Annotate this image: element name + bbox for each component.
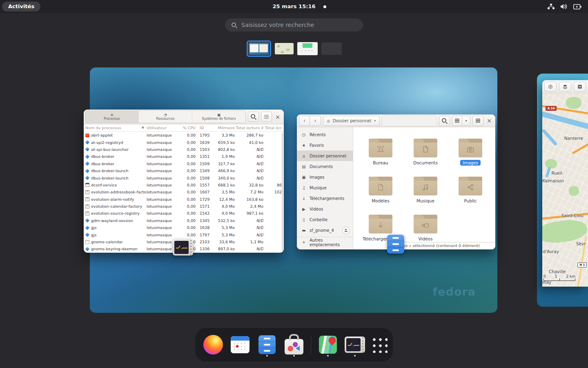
sidebar-item[interactable]: ▯ Corbeille (297, 214, 353, 225)
folder-item[interactable]: Musique (414, 177, 437, 215)
sidebar-item-icon: ▣ (301, 175, 306, 180)
clock-button[interactable]: 25 mars 15:16 (273, 0, 316, 13)
sidebar-item[interactable]: ⌂ Dossier personnel (297, 150, 353, 161)
view-options-button[interactable]: ▾ (462, 116, 470, 126)
column-memory[interactable]: Mémoire (211, 126, 235, 130)
dock-app[interactable] (203, 333, 223, 356)
process-memory: 659,5 ko (211, 140, 235, 145)
close-button[interactable]: × (486, 116, 493, 126)
go-to-location-button[interactable] (544, 82, 557, 92)
map-canvas[interactable]: NanterreRueil-MalmaisonSaint-ClouSèvr-d'… (542, 93, 588, 287)
column-disk-write[interactable]: Total écr (265, 126, 282, 130)
back-button[interactable]: ‹ (299, 116, 310, 126)
folder-emblem-icon (420, 182, 431, 193)
process-row[interactable]: dbus-broker letuxmasque 0,00 1509 327,7 … (84, 160, 284, 167)
sidebar-item[interactable]: ▬ sf_gnome_4 (297, 225, 353, 236)
process-row[interactable]: evolution-source-registry letuxmasque 0,… (84, 210, 284, 217)
search-button[interactable] (439, 116, 450, 126)
close-button[interactable]: × (274, 112, 281, 122)
process-row[interactable]: dconf-service letuxmasque 0,00 1557 688,… (84, 182, 284, 188)
scrollbar[interactable] (282, 132, 283, 251)
sidebar-item[interactable]: ▶ Vidéos (297, 204, 353, 214)
process-id: 1557 (196, 183, 211, 187)
search-input[interactable]: Saisissez votre recherche (225, 18, 363, 31)
process-id: 1503 (196, 147, 211, 152)
process-memory: 5,3 Mo (211, 233, 235, 237)
sidebar-item[interactable]: ▣ Images (297, 172, 353, 182)
column-id[interactable]: ID (196, 126, 211, 130)
process-id: 1795 (196, 133, 211, 137)
sidebar-item-label: Autres emplacements (310, 238, 350, 247)
maps-window[interactable]: NanterreRueil-MalmaisonSaint-ClouSèvr-d'… (542, 80, 588, 287)
files-window-badge[interactable] (387, 235, 404, 254)
sidebar-item[interactable]: ▤ Documents (297, 161, 353, 172)
monitor-tab[interactable]: ▣ Systèmes de fichiers (192, 111, 245, 123)
chevron-down-icon: ▾ (374, 119, 376, 123)
column-user[interactable]: Utilisateur (147, 126, 178, 130)
workspace-preview-next[interactable]: NanterreRueil-MalmaisonSaint-ClouSèvr-d'… (537, 74, 588, 307)
process-row[interactable]: abrt-applet letuxmasque 0,00 1795 3,3 Mo… (84, 132, 284, 139)
sidebar-item[interactable]: ♫ Musique (297, 182, 353, 193)
process-row[interactable]: dbus-broker letuxmasque 0,00 1351 1,9 Mo… (84, 153, 284, 160)
process-row[interactable]: gjs letuxmasque 0,00 1638 5,3 Mo N/D (84, 224, 284, 231)
show-applications-button[interactable] (372, 333, 388, 356)
forward-button[interactable]: › (310, 116, 321, 126)
sidebar-item[interactable]: ◷ Récents (297, 129, 353, 140)
process-row[interactable]: dbus-broker-launch letuxmasque 0,00 1508… (84, 174, 284, 181)
files-window[interactable]: ‹ › ⌂ Dossier personnel ▾ ▾ × (297, 114, 495, 249)
activities-button[interactable]: Activités (2, 2, 40, 11)
monitor-tab[interactable]: ≡ Processus (85, 111, 139, 123)
process-memory: 897,0 ko (211, 247, 235, 251)
sidebar-item[interactable]: ↓ Téléchargements (297, 193, 353, 204)
folder-item[interactable]: Public (459, 177, 482, 215)
view-toggle-button[interactable] (452, 116, 462, 126)
location-dropdown[interactable]: ⌂ Dossier personnel ▾ (323, 116, 380, 126)
layers-button[interactable] (559, 82, 571, 92)
process-row[interactable]: gjs letuxmasque 0,00 1797 5,3 Mo N/D (84, 231, 284, 238)
process-row[interactable]: at-spi2-registryd letuxmasque 0,00 1639 … (84, 139, 284, 146)
sidebar-item[interactable]: ★ Favoris (297, 140, 353, 150)
monitor-tab[interactable]: ◔ Ressources (139, 111, 192, 123)
workspace-thumbnail-current[interactable] (247, 40, 271, 57)
workspace-thumbnail-empty[interactable] (321, 43, 342, 55)
minus-box-icon (577, 84, 583, 90)
menu-button[interactable] (261, 112, 272, 122)
system-monitor-tabs: ≡ Processus ◔ Ressources ▣ Systèmes de f… (85, 110, 246, 123)
process-row[interactable]: dbus-broker-launch letuxmasque 0,00 1349… (84, 167, 284, 174)
folder-item[interactable]: Documents (411, 139, 440, 177)
eject-button[interactable] (342, 227, 350, 234)
menu-button[interactable] (472, 116, 483, 126)
dock-app[interactable] (284, 333, 304, 356)
zoom-out-button[interactable] (574, 82, 586, 92)
search-button[interactable] (248, 112, 259, 122)
search-icon (232, 22, 237, 28)
folder-item[interactable]: Modèles (369, 177, 392, 215)
dock-app[interactable] (257, 333, 277, 356)
process-row[interactable]: evolution-calendar-factory letuxmasque 0… (84, 203, 284, 210)
system-monitor-window[interactable]: ≡ Processus ◔ Ressources ▣ Systèmes de f… (84, 110, 284, 253)
folder-item[interactable]: Bureau (369, 139, 392, 177)
workspace-thumbnail-maps[interactable] (275, 43, 294, 54)
process-row[interactable]: gdm-wayland-session letuxmasque 0,00 134… (84, 217, 284, 224)
pathbar[interactable] (382, 115, 437, 126)
tab-label: Processus (104, 117, 120, 121)
dock-app[interactable] (230, 333, 250, 356)
search-icon (442, 118, 447, 123)
folder-icon (369, 177, 392, 195)
column-name[interactable]: Nom du processus▼ (85, 126, 147, 130)
process-cpu: 0,00 (178, 147, 196, 152)
system-monitor-window-badge[interactable] (173, 239, 193, 256)
folder-item[interactable]: Images (459, 139, 482, 177)
system-status-area[interactable] (548, 0, 581, 13)
dock-app[interactable] (318, 333, 338, 356)
process-row[interactable]: evolution-addressbook-factory letuxmasqu… (84, 188, 284, 195)
process-disk-read: N/D (235, 225, 263, 230)
process-row[interactable]: at-spi-bus-launcher letuxmasque 0,00 150… (84, 146, 284, 153)
process-row[interactable]: evolution-alarm-notify letuxmasque 0,00 … (84, 196, 284, 203)
process-disk-read: N/D (235, 218, 263, 223)
column-disk-read[interactable]: Total lecture d (235, 126, 263, 130)
dock-app[interactable] (345, 333, 365, 356)
workspace-thumbnail-software[interactable] (297, 42, 318, 55)
sidebar-item[interactable]: + Autres emplacements (297, 237, 353, 247)
column-cpu[interactable]: % CPU (178, 126, 196, 130)
